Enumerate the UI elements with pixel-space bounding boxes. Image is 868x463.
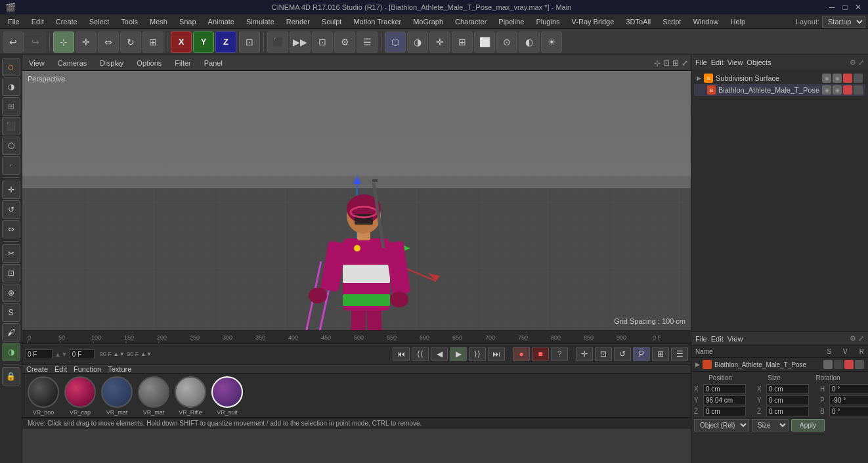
obj-render-biathlon[interactable]: ◉	[833, 85, 842, 95]
sidebar-paint-tool[interactable]: 🖌	[2, 323, 20, 342]
render-settings-button[interactable]: ⚙	[334, 32, 355, 53]
auto-key-button[interactable]: ■	[532, 347, 549, 361]
viewport-icon-1[interactable]: ⊹	[654, 58, 661, 68]
sky-object[interactable]: ⊙	[496, 32, 517, 53]
rotation-b-field[interactable]	[829, 407, 868, 416]
sidebar-snap-tool[interactable]: ⊕	[2, 284, 20, 302]
menu-help[interactable]: Help	[726, 16, 751, 27]
start-frame-field[interactable]	[70, 349, 95, 359]
light2-object[interactable]: ☀	[541, 32, 562, 53]
render-view-button[interactable]: ⊡	[312, 32, 333, 53]
axis-z-button[interactable]: Z	[215, 32, 236, 53]
goto-end-button[interactable]: ⏭	[488, 347, 505, 361]
sidebar-move-tool[interactable]: ✛	[2, 181, 20, 199]
menu-window[interactable]: Window	[687, 16, 724, 27]
menu-animate[interactable]: Animate	[203, 16, 240, 27]
mode-scale[interactable]: ⇔	[98, 32, 119, 53]
menu-sculpt[interactable]: Sculpt	[316, 16, 347, 27]
render-anim-button[interactable]: ▶▶	[290, 32, 311, 53]
menu-pipeline[interactable]: Pipeline	[493, 16, 529, 27]
menu-select[interactable]: Select	[84, 16, 115, 27]
apply-button[interactable]: Apply	[791, 419, 825, 431]
obj-tag2-subdivision[interactable]	[854, 74, 863, 83]
mode-transform[interactable]: ⊞	[142, 32, 163, 53]
sidebar-extrude-tool[interactable]: ⊡	[2, 264, 20, 282]
materials-menu-function[interactable]: Function	[74, 365, 101, 373]
attrs-settings-icon[interactable]: ⚙	[850, 334, 856, 343]
sidebar-knife-tool[interactable]: ✂	[2, 244, 20, 263]
mode-move[interactable]: ✛	[76, 32, 97, 53]
minimize-button[interactable]: ─	[827, 3, 836, 12]
menu-simulate[interactable]: Simulate	[241, 16, 280, 27]
mode-select[interactable]: ⊹	[53, 32, 74, 53]
obj-tag2-biathlon[interactable]	[854, 85, 863, 95]
obj-visible-subdivision[interactable]: ◉	[822, 74, 831, 83]
redo-button[interactable]: ↪	[25, 32, 46, 53]
motion-path-button[interactable]: ✛	[576, 347, 593, 361]
attrs-btn-1[interactable]	[823, 360, 833, 369]
menu-plugins[interactable]: Plugins	[531, 16, 565, 27]
attrs-expand-icon[interactable]: ⤢	[858, 334, 864, 343]
materials-menu-edit[interactable]: Edit	[54, 365, 67, 373]
obj-visible-biathlon[interactable]: ◉	[822, 85, 831, 95]
sidebar-edge-mode[interactable]: ⬛	[2, 117, 20, 135]
objects-menu-file[interactable]: File	[695, 58, 707, 66]
current-frame-field[interactable]	[25, 349, 53, 359]
menu-render[interactable]: Render	[281, 16, 315, 27]
viewport-menu-cameras[interactable]: Cameras	[54, 58, 91, 68]
attrs-menu-edit[interactable]: Edit	[711, 335, 724, 343]
material-item-vr-suit[interactable]: VR_suit	[210, 376, 244, 416]
record-button[interactable]: ●	[513, 347, 530, 361]
size-y-field[interactable]	[766, 395, 809, 405]
axis-x-button[interactable]: X	[171, 32, 192, 53]
sphere-object[interactable]: ◑	[407, 32, 428, 53]
viewport-menu-panel[interactable]: Panel	[200, 58, 227, 68]
viewport-icon-2[interactable]: ⊡	[663, 58, 670, 68]
menu-3dtoall[interactable]: 3DToAll	[620, 16, 656, 27]
attrs-object-row[interactable]: ▶ Biathlon_Athlete_Male_T_Pose	[691, 358, 868, 372]
step-back-button[interactable]: ⟨⟨	[412, 347, 429, 361]
menu-create[interactable]: Create	[51, 16, 83, 27]
material-object[interactable]: ◐	[519, 32, 540, 53]
position-z-field[interactable]	[703, 407, 746, 416]
material-item-vr-boo[interactable]: VR_boo	[26, 376, 60, 416]
menu-snap[interactable]: Snap	[174, 16, 202, 27]
close-button[interactable]: ✕	[854, 3, 863, 12]
menu-tools[interactable]: Tools	[116, 16, 143, 27]
material-item-vr-mat1[interactable]: VR_mat	[100, 376, 134, 416]
objects-expand-icon[interactable]: ⤢	[858, 58, 864, 67]
key-all-button[interactable]: ?	[551, 347, 568, 361]
attrs-btn-4[interactable]	[855, 360, 864, 369]
viewport-fullscreen[interactable]: ⤢	[682, 58, 688, 68]
layout-dropdown[interactable]: Startup	[822, 16, 865, 28]
rotation-h-field[interactable]	[829, 384, 868, 394]
viewport-menu-view[interactable]: View	[25, 58, 49, 68]
menu-character[interactable]: Character	[450, 16, 492, 27]
viewport-menu-filter[interactable]: Filter	[171, 58, 194, 68]
size-z-field[interactable]	[766, 407, 809, 416]
material-item-vr-cap[interactable]: VR_cap	[63, 376, 97, 416]
position-x-field[interactable]	[703, 384, 746, 394]
size-x-field[interactable]	[766, 384, 809, 394]
menu-motion-tracker[interactable]: Motion Tracker	[348, 16, 406, 27]
viewport[interactable]: Y X Perspective Grid Spacing : 100 cm	[22, 71, 691, 330]
goto-start-button[interactable]: ⏮	[393, 347, 410, 361]
undo-button[interactable]: ↩	[3, 32, 24, 53]
viewport-menu-display[interactable]: Display	[96, 58, 127, 68]
frame-step-button[interactable]: ☰	[671, 347, 688, 361]
play-button[interactable]: ▶	[450, 347, 467, 361]
axis-y-button[interactable]: Y	[193, 32, 214, 53]
sidebar-sculpt-tool[interactable]: ◑	[2, 343, 20, 361]
cycle-button[interactable]: ↺	[614, 347, 631, 361]
floor-object[interactable]: ⬜	[474, 32, 495, 53]
rotation-p-field[interactable]	[829, 395, 868, 405]
multi-frame-button[interactable]: ⊞	[652, 347, 669, 361]
world-space-button[interactable]: ⊡	[239, 32, 260, 53]
sidebar-rotate-tool[interactable]: ↺	[2, 200, 20, 219]
objects-menu-edit[interactable]: Edit	[711, 58, 724, 66]
sidebar-lock[interactable]: 🔒	[2, 367, 20, 386]
size-mode-dropdown[interactable]: Size Scale	[752, 419, 789, 431]
attrs-btn-2[interactable]	[834, 360, 843, 369]
maximize-button[interactable]: □	[840, 3, 850, 12]
obj-row-biathlon[interactable]: B Biathlon_Athlete_Male_T_Pose ◉ ◉	[694, 84, 865, 96]
